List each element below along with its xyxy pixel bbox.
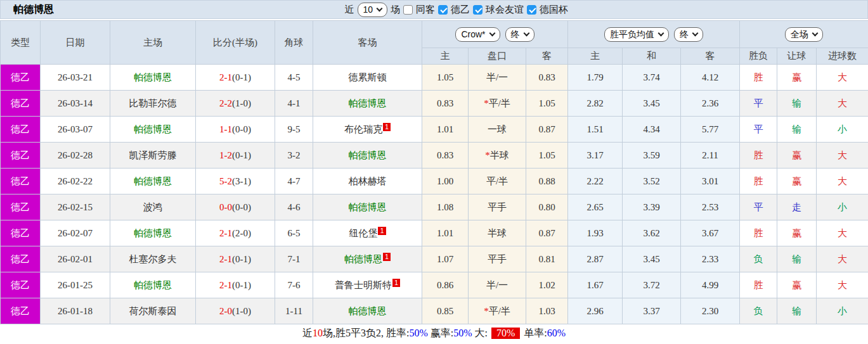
away-team-cell: 帕德博恩 — [313, 143, 422, 169]
home-team-name: 帕德博恩 — [134, 72, 172, 82]
result-goals-cell: 大 — [817, 91, 868, 117]
date-cell: 26-03-21 — [41, 65, 110, 91]
mean-home-cell: 1.93 — [568, 220, 623, 246]
date-cell: 26-02-01 — [41, 246, 110, 272]
away-team-name: 普鲁士明斯特 — [335, 280, 392, 290]
subcol-result-goals: 进球数 — [817, 48, 868, 65]
odds-handicap-cell: 平/半 — [469, 169, 526, 194]
odds-away-cell: 0.81 — [526, 246, 568, 272]
summary-part: 赢率: — [428, 327, 453, 340]
subcol-mean-home: 主 — [568, 48, 623, 65]
corners-cell: 6-5 — [275, 220, 313, 246]
result-handicap-cell: 输 — [777, 298, 817, 324]
mean-draw-cell: 3.52 — [623, 169, 681, 194]
home-team-name: 荷尔斯泰因 — [129, 306, 177, 316]
home-team-name: 帕德博恩 — [134, 176, 172, 186]
halftime-score: (1-0) — [232, 306, 251, 316]
mean-away-cell: 2.11 — [681, 143, 740, 169]
odds-handicap-cell: 半/一 — [469, 272, 526, 298]
checkbox-club-friendly[interactable] — [473, 5, 483, 15]
recent-count-value: 10 — [363, 4, 373, 15]
away-team-cell: 帕德博恩 — [313, 91, 422, 117]
mean-metric-select-value: 胜平负均值 — [610, 29, 654, 40]
fulltime-score: 2-0 — [219, 306, 232, 316]
chevron-down-icon — [658, 30, 664, 36]
mean-metric-select[interactable]: 胜平负均值 — [604, 27, 669, 42]
checkbox-league-bundesliga2-label: 德乙 — [451, 4, 470, 16]
result-goals-cell: 大 — [817, 246, 868, 272]
corners-cell: 4-5 — [275, 65, 313, 91]
card-badge: 1 — [392, 279, 400, 287]
odds-time-select-value: 终 — [511, 29, 520, 40]
filter-bar: 近 10 场 同客 德乙 球会友谊 德国杯 — [344, 3, 568, 17]
checkbox-german-cup[interactable] — [527, 5, 536, 15]
match-row: 德乙26-02-15波鸿0-0(0-0)4-6帕德博恩1.08平手0.802.6… — [1, 194, 868, 220]
match-row: 德乙26-02-22帕德博恩5-2(3-1)4-7柏林赫塔1.00平/半0.88… — [1, 169, 868, 194]
card-badge: 1 — [383, 253, 391, 261]
odds-home-cell: 0.83 — [422, 91, 469, 117]
home-team-cell: 帕德博恩 — [110, 220, 196, 246]
result-handicap-cell: 赢 — [777, 272, 817, 298]
halftime-score: (3-1) — [232, 176, 251, 186]
odds-away-cell: 1.05 — [526, 91, 568, 117]
home-team-name: 帕德博恩 — [134, 124, 172, 134]
odds-handicap-cell: *平/半 — [469, 91, 526, 117]
subcol-result-wdl: 胜负 — [740, 48, 777, 65]
mean-away-cell: 3.01 — [681, 169, 740, 194]
summary-part: 大: — [472, 327, 490, 340]
home-team-cell: 杜塞尔多夫 — [110, 246, 196, 272]
home-team-name: 帕德博恩 — [134, 280, 172, 290]
date-cell: 26-02-28 — [41, 143, 110, 169]
away-team-cell: 普鲁士明斯特1 — [313, 272, 422, 298]
star-icon: * — [485, 150, 490, 160]
odds-away-cell: 0.87 — [526, 220, 568, 246]
mean-draw-cell: 3.62 — [623, 220, 681, 246]
home-team-cell: 帕德博恩 — [110, 65, 196, 91]
result-wdl-cell: 胜 — [740, 220, 777, 246]
league-cell: 德乙 — [1, 272, 41, 298]
mean-draw-cell: 3.45 — [623, 246, 681, 272]
result-goals-cell: 小 — [817, 117, 868, 143]
result-wdl-cell: 负 — [740, 298, 777, 324]
odds-home-cell: 1.08 — [422, 194, 469, 220]
result-handicap-cell: 赢 — [777, 143, 817, 169]
home-team-name: 凯泽斯劳滕 — [129, 150, 177, 160]
odds-away-cell: 1.05 — [526, 143, 568, 169]
halftime-score: (2-0) — [232, 228, 251, 238]
recent-count-select[interactable]: 10 — [357, 3, 387, 17]
mean-home-cell: 2.65 — [568, 194, 623, 220]
fulltime-score: 2-2 — [219, 98, 232, 108]
odds-handicap-cell: *半球 — [469, 143, 526, 169]
match-row: 德乙26-01-25帕德博恩2-1(0-1)7-6普鲁士明斯特10.86半/一1… — [1, 272, 868, 298]
result-scope-select[interactable]: 全场 — [785, 27, 823, 42]
mean-draw-cell: 3.59 — [623, 143, 681, 169]
away-team-cell: 德累斯顿 — [313, 65, 422, 91]
mean-home-cell: 1.67 — [568, 272, 623, 298]
score-cell: 0-0(0-0) — [196, 194, 275, 220]
away-team-cell: 帕德博恩 — [313, 194, 422, 220]
mean-time-select-value: 终 — [680, 29, 689, 40]
odds-handicap-cell: 一球 — [469, 117, 526, 143]
odds-group-header: Crow* 终 — [422, 21, 568, 48]
home-team-name: 杜塞尔多夫 — [129, 254, 177, 264]
mean-draw-cell: 3.74 — [623, 65, 681, 91]
odds-home-cell: 0.85 — [422, 298, 469, 324]
checkbox-same-venue[interactable] — [403, 5, 413, 15]
mean-time-select[interactable]: 终 — [674, 27, 703, 42]
title-bar: 帕德博恩 近 10 场 同客 德乙 球会友谊 德国杯 — [0, 0, 868, 19]
subcol-result-handicap: 让球 — [777, 48, 817, 65]
result-goals-cell: 小 — [817, 194, 868, 220]
bookmaker-select[interactable]: Crow* — [455, 27, 500, 42]
result-wdl-cell: 胜 — [740, 65, 777, 91]
summary-part: 单率: — [521, 327, 547, 340]
league-cell: 德乙 — [1, 298, 41, 324]
result-handicap-cell: 赢 — [777, 220, 817, 246]
odds-time-select[interactable]: 终 — [505, 27, 534, 42]
checkbox-league-bundesliga2[interactable] — [438, 5, 448, 15]
mean-draw-cell: 3.45 — [623, 91, 681, 117]
mean-draw-cell: 3.39 — [623, 194, 681, 220]
match-row: 德乙26-02-07帕德博恩2-1(2-0)6-5纽伦堡11.01半球0.871… — [1, 220, 868, 246]
chevron-down-icon — [692, 30, 699, 36]
date-cell: 26-01-25 — [41, 272, 110, 298]
mean-home-cell: 2.87 — [568, 246, 623, 272]
